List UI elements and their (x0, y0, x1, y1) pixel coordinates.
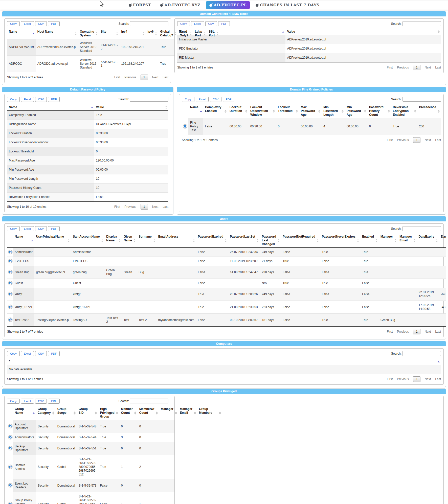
column-header-complexity-enabled[interactable]: Complexity Enabled (203, 104, 228, 118)
column-header-ipv4[interactable]: Ipv4 (119, 29, 146, 39)
pagination-first[interactable]: First (387, 66, 393, 69)
csv-button[interactable]: CSV (35, 97, 47, 102)
pagination-last[interactable]: Last (163, 205, 168, 209)
csv-button[interactable]: CSV (35, 351, 47, 356)
column-header-password-history-count[interactable]: Password History Count (367, 104, 391, 118)
expand-row-button[interactable]: + (9, 292, 12, 296)
column-header-lockout-threshold[interactable]: Lockout Threshold (276, 104, 299, 118)
expand-row-button[interactable]: + (183, 125, 187, 128)
column-header-group-category[interactable]: Group Category (36, 406, 56, 420)
pagination-previous[interactable]: Previous (397, 66, 409, 69)
expand-row-button[interactable]: + (9, 318, 12, 322)
csv-button[interactable]: CSV (210, 97, 222, 102)
pdf-button[interactable]: PDF (48, 399, 60, 404)
column-header-precedence[interactable]: Precedence (417, 104, 441, 118)
pagination-next[interactable]: Next (425, 377, 431, 381)
pagination-first[interactable]: First (114, 205, 120, 209)
pagination-next[interactable]: Next (425, 66, 431, 69)
column-header-display-name[interactable]: Display Name (104, 234, 122, 248)
column-header-name[interactable]: Name (7, 104, 94, 111)
column-header-passwordnotrequired[interactable]: PasswordNotRequired (281, 234, 320, 248)
pagination-previous[interactable]: Previous (397, 138, 409, 142)
search-input[interactable] (402, 226, 441, 231)
csv-button[interactable]: CSV (35, 399, 47, 404)
column-header-global-catalog[interactable]: Global Catalog? (158, 29, 178, 39)
pdf-button[interactable]: PDF (48, 97, 60, 102)
copy-button[interactable]: Copy (7, 97, 20, 102)
column-header-group-members[interactable]: Group Members (197, 406, 222, 420)
csv-button[interactable]: CSV (205, 21, 217, 26)
pagination-last[interactable]: Last (435, 66, 441, 69)
column-header-given-name[interactable]: Given Name (122, 234, 137, 248)
column-header-password-last-changed[interactable]: Password Last Changed (260, 234, 281, 248)
pagination-previous[interactable]: Previous (124, 76, 136, 79)
search-input[interactable] (130, 21, 168, 26)
column-header-manager-email[interactable]: Manager Email (178, 406, 197, 420)
expand-row-button[interactable]: + (9, 259, 12, 263)
column-header-lockout-observation-window[interactable]: Lockout Observation Window (249, 104, 276, 118)
column-header-surname[interactable]: Surname (137, 234, 156, 248)
expand-row-button[interactable]: + (9, 270, 12, 274)
expand-row-button[interactable]: + (9, 446, 12, 450)
copy-button[interactable]: Copy (7, 21, 20, 26)
column-header-value[interactable]: Value (285, 29, 441, 35)
pagination-page-1[interactable]: 1 (413, 65, 420, 70)
column-header-samaccountname[interactable]: SamAccountName (71, 234, 104, 248)
column-header-passwordexpired[interactable]: PasswordExpired (196, 234, 228, 248)
search-input[interactable] (402, 97, 441, 102)
pdf-button[interactable]: PDF (48, 351, 60, 356)
pdf-button[interactable]: PDF (223, 97, 234, 102)
copy-button[interactable]: Copy (7, 399, 20, 404)
pagination-last[interactable]: Last (435, 377, 441, 381)
pagination-previous[interactable]: Previous (124, 205, 136, 209)
column-header-name[interactable]: Name (13, 234, 34, 248)
column-header-reversible-encryption-enabled[interactable]: Reversible Encryption Enabled (391, 104, 417, 118)
copy-button[interactable]: Copy (182, 97, 194, 102)
tab-ad-evotec-xyz[interactable]: AD.EVOTEC.XYZ (157, 1, 204, 9)
column-header-daystoexpire[interactable]: DaysToExpire (439, 234, 446, 248)
pagination-page-1[interactable]: 1 (413, 376, 420, 382)
tab-ad-evotec-pl[interactable]: AD.EVOTEC.PL (206, 1, 250, 9)
pagination-last[interactable]: Last (435, 330, 441, 333)
column-header-name[interactable]: Name (177, 29, 285, 35)
pagination-next[interactable]: Next (425, 330, 431, 333)
pagination-first[interactable]: First (387, 377, 393, 381)
expand-row-button[interactable]: + (9, 305, 12, 309)
expand-row-button[interactable]: + (9, 250, 12, 254)
column-header-min-password-age[interactable]: Min Password Age (345, 104, 367, 118)
excel-button[interactable]: Excel (21, 399, 34, 404)
column-header-dateexpiry[interactable]: DateExpiry (417, 234, 439, 248)
pagination-last[interactable]: Last (435, 138, 441, 142)
pagination-next[interactable]: Next (425, 138, 431, 142)
column-header-value[interactable]: Value (94, 104, 168, 111)
column-header-[interactable]: * (7, 358, 441, 365)
excel-button[interactable]: Excel (21, 21, 34, 26)
pagination-first[interactable]: First (387, 138, 393, 142)
pagination-page-1[interactable]: 1 (413, 137, 420, 143)
search-input[interactable] (130, 97, 168, 102)
expand-row-button[interactable]: + (9, 484, 12, 487)
column-header-min-password-length[interactable]: Min Password Length (322, 104, 345, 118)
copy-button[interactable]: Copy (7, 226, 20, 231)
csv-button[interactable]: CSV (35, 21, 47, 26)
pagination-first[interactable]: First (114, 76, 120, 79)
column-header-group-sid[interactable]: Group SID (77, 406, 98, 420)
column-header-high-privileged-group[interactable]: High Privileged Group (98, 406, 119, 420)
column-header-group-name[interactable]: Group Name (13, 406, 36, 420)
expand-row-button[interactable]: + (9, 436, 12, 439)
copy-button[interactable]: Copy (7, 351, 20, 356)
expand-row-button[interactable]: + (9, 465, 12, 469)
excel-button[interactable]: Excel (191, 21, 204, 26)
column-header-host-name[interactable]: Host Name (36, 29, 78, 39)
column-header-manager-email[interactable]: Manager Email (398, 234, 417, 248)
column-header-enabled[interactable]: Enabled (360, 234, 379, 248)
pagination-page-1[interactable]: 1 (413, 329, 420, 334)
column-header-passwordneverexpires[interactable]: PasswordNeverExpires (320, 234, 360, 248)
column-header-manager[interactable]: Manager (379, 234, 398, 248)
pdf-button[interactable]: PDF (48, 226, 60, 231)
column-header-lockout-duration[interactable]: Lockout Duration (228, 104, 249, 118)
column-header-memberof-count[interactable]: MemberOf Count (138, 406, 159, 420)
expand-row-button[interactable]: + (9, 281, 12, 285)
column-header-passwordlastset[interactable]: PasswordLastSet (228, 234, 260, 248)
pagination-next[interactable]: Next (152, 76, 159, 79)
